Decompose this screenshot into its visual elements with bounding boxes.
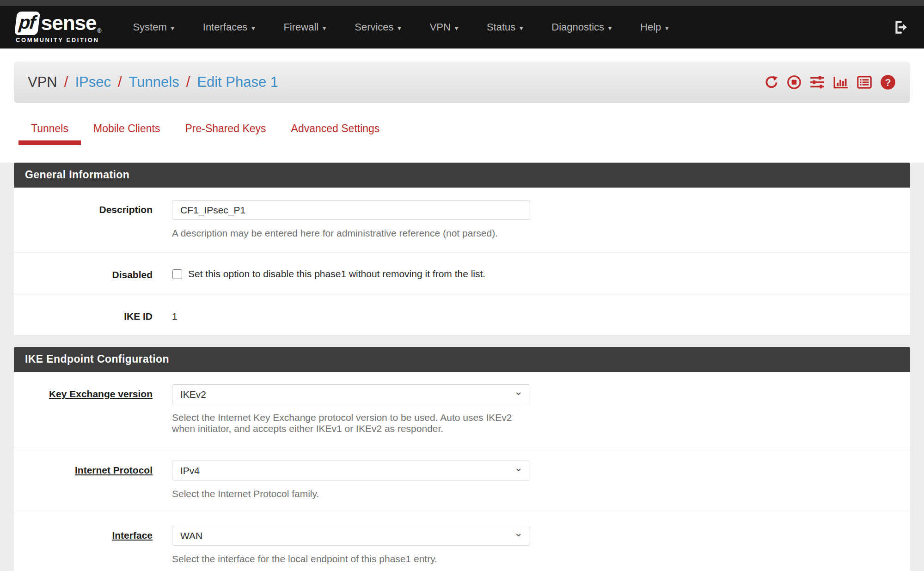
disabled-label: Disabled bbox=[112, 269, 153, 280]
page-action-icons: ? bbox=[764, 74, 896, 91]
pf-logo-tile: pf bbox=[14, 12, 40, 35]
breadcrumb-separator: / bbox=[118, 74, 122, 91]
ike-id-value: 1 bbox=[172, 307, 530, 322]
stop-circle-icon[interactable] bbox=[786, 74, 802, 90]
nav-item-services[interactable]: Services▾ bbox=[355, 21, 401, 33]
tab-advanced-settings[interactable]: Advanced Settings bbox=[279, 122, 392, 145]
ike-id-label: IKE ID bbox=[124, 311, 153, 322]
chevron-down-icon: ▾ bbox=[251, 24, 255, 31]
breadcrumb-bar: VPN / IPsec / Tunnels / Edit Phase 1 bbox=[14, 61, 910, 103]
nav-item-vpn[interactable]: VPN▾ bbox=[430, 21, 458, 33]
refresh-icon[interactable] bbox=[764, 74, 779, 90]
breadcrumb-link-ipsec[interactable]: IPsec bbox=[75, 74, 111, 91]
main-navbar: pf sense ® COMMUNITY EDITION System▾ Int… bbox=[0, 6, 924, 49]
nav-item-interfaces[interactable]: Interfaces▾ bbox=[203, 21, 255, 33]
form-panels: General Information Description A descri… bbox=[0, 163, 924, 571]
select-chevron-icon: ⌄ bbox=[514, 386, 523, 398]
interface-label: Interface bbox=[112, 530, 153, 541]
list-icon[interactable] bbox=[856, 74, 873, 90]
key-exchange-version-label: Key Exchange version bbox=[49, 389, 153, 399]
description-help: A description may be entered here for ad… bbox=[172, 228, 530, 239]
key-exchange-version-select[interactable]: IKEv2 ⌄ bbox=[172, 384, 530, 404]
tab-mobile-clients[interactable]: Mobile Clients bbox=[81, 122, 172, 145]
breadcrumb-separator: / bbox=[186, 74, 190, 91]
bar-chart-icon[interactable] bbox=[832, 74, 849, 90]
page-tabs: Tunnels Mobile Clients Pre-Shared Keys A… bbox=[18, 122, 910, 145]
tab-tunnels[interactable]: Tunnels bbox=[18, 122, 81, 145]
internet-protocol-label: Internet Protocol bbox=[75, 465, 153, 475]
internet-protocol-help: Select the Internet Protocol family. bbox=[172, 488, 530, 499]
nav-item-status[interactable]: Status▾ bbox=[487, 21, 523, 33]
form-row-interface: Interface WAN ⌄ Select the interface for… bbox=[14, 513, 910, 571]
chevron-down-icon: ▾ bbox=[171, 24, 174, 31]
nav-item-system[interactable]: System▾ bbox=[133, 21, 174, 33]
disabled-checkbox-label: Set this option to disable this phase1 w… bbox=[188, 268, 485, 279]
window-top-strip bbox=[0, 0, 924, 6]
logo-subtitle: COMMUNITY EDITION bbox=[16, 36, 101, 43]
tab-pre-shared-keys[interactable]: Pre-Shared Keys bbox=[172, 122, 278, 145]
nav-item-firewall[interactable]: Firewall▾ bbox=[283, 21, 326, 33]
registered-mark: ® bbox=[98, 28, 102, 34]
internet-protocol-select[interactable]: IPv4 ⌄ bbox=[172, 461, 530, 480]
interface-select[interactable]: WAN ⌄ bbox=[172, 526, 530, 546]
pfsense-logo[interactable]: pf sense ® COMMUNITY EDITION bbox=[16, 12, 101, 43]
svg-text:?: ? bbox=[885, 77, 891, 88]
nav-item-diagnostics[interactable]: Diagnostics▾ bbox=[551, 21, 612, 33]
select-chevron-icon: ⌄ bbox=[514, 527, 523, 539]
form-row-disabled: Disabled Set this option to disable this… bbox=[14, 253, 910, 294]
breadcrumb-separator: / bbox=[64, 74, 68, 91]
key-exchange-version-help: Select the Internet Key Exchange protoco… bbox=[172, 412, 530, 434]
help-circle-icon[interactable]: ? bbox=[880, 74, 896, 91]
chevron-down-icon: ▾ bbox=[608, 24, 612, 31]
form-row-key-exchange-version: Key Exchange version IKEv2 ⌄ Select the … bbox=[14, 372, 910, 448]
breadcrumb-root: VPN bbox=[28, 74, 57, 91]
nav-item-help[interactable]: Help▾ bbox=[640, 21, 668, 33]
chevron-down-icon: ▾ bbox=[665, 24, 668, 31]
form-row-description: Description A description may be entered… bbox=[14, 188, 910, 253]
breadcrumb-link-tunnels[interactable]: Tunnels bbox=[129, 74, 179, 91]
panel-title: IKE Endpoint Configuration bbox=[14, 347, 910, 372]
form-row-internet-protocol: Internet Protocol IPv4 ⌄ Select the Inte… bbox=[14, 448, 910, 513]
sliders-icon[interactable] bbox=[809, 74, 826, 90]
chevron-down-icon: ▾ bbox=[398, 24, 401, 31]
chevron-down-icon: ▾ bbox=[520, 24, 523, 31]
panel-general-information: General Information Description A descri… bbox=[14, 163, 910, 336]
breadcrumb: VPN / IPsec / Tunnels / Edit Phase 1 bbox=[28, 74, 278, 91]
navbar-menu: System▾ Interfaces▾ Firewall▾ Services▾ … bbox=[133, 21, 668, 33]
description-label: Description bbox=[99, 204, 153, 215]
select-chevron-icon: ⌄ bbox=[514, 462, 523, 474]
description-input[interactable] bbox=[172, 200, 530, 220]
breadcrumb-link-edit-phase1[interactable]: Edit Phase 1 bbox=[197, 74, 278, 91]
panel-ike-endpoint-configuration: IKE Endpoint Configuration Key Exchange … bbox=[14, 347, 910, 571]
logo-sense-text: sense bbox=[41, 13, 97, 33]
sign-out-icon[interactable] bbox=[893, 19, 908, 35]
chevron-down-icon: ▾ bbox=[455, 24, 458, 31]
form-row-ike-id: IKE ID 1 bbox=[14, 294, 910, 336]
chevron-down-icon: ▾ bbox=[323, 24, 326, 31]
disabled-checkbox[interactable] bbox=[172, 269, 182, 279]
interface-help: Select the interface for the local endpo… bbox=[172, 553, 530, 565]
panel-title: General Information bbox=[14, 163, 910, 188]
